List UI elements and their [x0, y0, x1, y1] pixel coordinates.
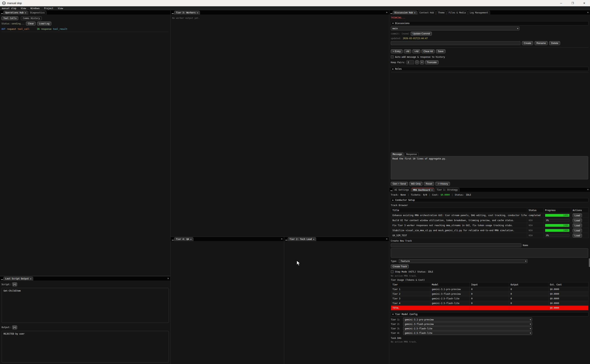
tab-close-icon[interactable]: ✕ [313, 238, 314, 240]
track-row[interactable]: Stabilize visual_sim_mma_v2.py and mock_… [391, 228, 588, 233]
menu-item-view2[interactable]: View [58, 7, 63, 10]
load-track-button[interactable]: Load [573, 234, 582, 238]
expand-all-button[interactable]: +All [412, 49, 420, 53]
tab-theme[interactable]: Theme [436, 11, 446, 14]
output-expand-button[interactable]: [+] [12, 325, 17, 329]
keep-pairs-input[interactable] [406, 60, 414, 64]
script-text-box[interactable]: Get-ChildItem [1, 288, 169, 323]
discussions-header[interactable]: ▼ Discussions [391, 21, 589, 25]
tab-mma-dashboard[interactable]: MMA Dashboard ✕ [411, 188, 435, 192]
panel-close-icon[interactable]: ✕ [168, 277, 169, 280]
script-label: Script: [1, 283, 11, 286]
track-row[interactable]: Build UI for context window utilization,… [391, 218, 588, 223]
panel-close-icon[interactable]: ✕ [587, 188, 589, 191]
subtab-comms-history[interactable]: Comms History [21, 16, 42, 20]
add-entry-button[interactable]: + Entry [391, 49, 402, 53]
gen-send-button[interactable]: Gen + Send [391, 182, 408, 186]
tier2-model-select[interactable]: gemini-3-flash-preview ▼ [403, 322, 532, 326]
thinking-status: THINKING... [391, 16, 405, 19]
menu-item-windows[interactable]: Windows [30, 7, 40, 10]
tab-tier3-workers[interactable]: Tier 3: Workers ✕ [174, 11, 200, 14]
tab-close-icon[interactable]: ✕ [431, 189, 433, 191]
tier3-model-select[interactable]: gemini-2.5-flash-lite ▼ [403, 326, 532, 331]
techlead-strip: Tier 2: Tech Lead ✕ ✕ [284, 237, 389, 241]
subtab-tool-calls[interactable]: Tool Calls [1, 16, 18, 20]
close-icon[interactable]: ✕ [578, 0, 590, 6]
panel-close-icon[interactable]: ✕ [587, 11, 589, 13]
delete-button[interactable]: Delete [549, 41, 560, 45]
step-mode-label: Step Mode (HITL) Status: IDLE [395, 271, 433, 273]
track-type-select[interactable]: feature ▼ [399, 259, 528, 263]
tab-close-icon[interactable]: ✕ [25, 12, 26, 14]
tier1-model-select[interactable]: gemini-3.1-pro-preview ▼ [403, 318, 532, 322]
dashboard-strip: AI Settings MMA Dashboard ✕ Tier 1: Stra… [389, 188, 590, 192]
truncate-button[interactable]: Truncate [425, 60, 439, 64]
tab-close-icon[interactable]: ✕ [30, 278, 31, 280]
tab-response[interactable]: Response [404, 152, 419, 156]
track-type-label: Type: [391, 260, 397, 262]
step-mode-checkbox[interactable] [391, 270, 394, 273]
maximize-icon[interactable]: ❒ [567, 0, 578, 6]
panel-close-icon[interactable]: ✕ [386, 238, 387, 240]
tab-ai-settings[interactable]: AI Settings [393, 188, 411, 192]
tab-close-icon[interactable]: ✕ [197, 12, 198, 14]
tab-log-management[interactable]: Log Management [468, 11, 490, 14]
reset-button[interactable]: Reset [424, 182, 434, 186]
tab-context-hub[interactable]: Context Hub [418, 11, 436, 14]
tab-last-script-output[interactable]: Last Script Output ✕ [3, 277, 33, 280]
tab-files-media[interactable]: Files & Media [447, 11, 468, 14]
load-track-button[interactable]: Load [573, 224, 582, 228]
scrollbar-thumb[interactable] [589, 258, 590, 267]
message-textarea[interactable]: Read the first 10 lines of aggregate.py. [391, 156, 588, 179]
roles-header[interactable]: ▶ Roles [391, 67, 589, 71]
clear-button[interactable]: Clear [26, 22, 36, 26]
load-track-button[interactable]: Load [573, 219, 582, 222]
discussion-select[interactable]: main ▼ [391, 26, 519, 30]
rename-button[interactable]: Rename [535, 41, 548, 45]
panel-close-icon[interactable]: ✕ [386, 11, 387, 13]
tab-tier2-techlead[interactable]: Tier 2: Tech Lead ✕ [288, 237, 316, 241]
create-button[interactable]: Create [522, 41, 533, 45]
menu-item-app[interactable]: manual slop [2, 7, 16, 10]
tier4-model-select[interactable]: gemini-2.5-flash-lite ▼ [403, 331, 532, 335]
collapse-all-button[interactable]: -All [404, 49, 411, 53]
tab-tier4-qa[interactable]: Tier 4: QA ✕ [174, 237, 194, 241]
track-row[interactable]: UX_SIM_TEST NEW 0% Load [391, 233, 588, 238]
menu-item-project[interactable]: Project [44, 7, 53, 10]
autoadd-checkbox[interactable] [391, 56, 394, 58]
md-only-button[interactable]: MD Only [409, 182, 423, 186]
minimize-icon[interactable]: ─ [555, 0, 567, 6]
tab-diagnostics[interactable]: Diagnostics [28, 11, 47, 14]
clear-all-button[interactable]: Clear All [422, 49, 435, 53]
load-track-button[interactable]: Load [573, 214, 582, 217]
panel-close-icon[interactable]: ✕ [281, 238, 282, 240]
load-log-button[interactable]: Load Log [37, 22, 51, 26]
tab-discussion-hub[interactable]: Discussion Hub ✕ [393, 11, 417, 14]
tab-close-icon[interactable]: ✕ [414, 12, 415, 14]
operations-hub-panel: Operations Hub ✕ Diagnostics Tool Calls … [0, 10, 170, 276]
mma-dashboard-panel: AI Settings MMA Dashboard ✕ Tier 1: Stra… [389, 188, 590, 364]
track-name-input[interactable] [391, 243, 521, 247]
track-description-textarea[interactable] [391, 248, 588, 258]
legend-tool-call: tool_call [18, 28, 29, 30]
tab-tier1-strategy[interactable]: Tier 1: Strategy [435, 188, 459, 192]
create-track-button[interactable]: Create Track [391, 265, 409, 268]
tab-message[interactable]: Message [391, 152, 404, 156]
save-button[interactable]: Save [436, 49, 445, 53]
to-history-button[interactable]: -> History [435, 182, 450, 186]
track-row[interactable]: Enhance existing MMA orchestration GUI: … [391, 213, 588, 218]
keep-pairs-plus-button[interactable]: + [420, 60, 424, 64]
discussion-name-input[interactable] [391, 41, 520, 45]
track-browser-label: Track Browser [391, 204, 408, 207]
script-expand-button[interactable]: [+] [12, 282, 17, 286]
update-commit-button[interactable]: Update Commit [411, 32, 432, 36]
tier-model-config-header[interactable]: ▼ Tier Model Config [391, 312, 589, 316]
tab-operations-hub[interactable]: Operations Hub ✕ [3, 11, 28, 14]
tab-close-icon[interactable]: ✕ [190, 238, 191, 240]
conductor-setup-header[interactable]: ▶ Conductor Setup [391, 198, 589, 202]
track-row[interactable]: Fix Tier 3 worker responses not reaching… [391, 223, 588, 228]
output-text-box[interactable]: REJECTED by user [1, 331, 169, 363]
keep-pairs-minus-button[interactable]: - [415, 60, 419, 64]
menu-item-view[interactable]: View [21, 7, 26, 10]
load-track-button[interactable]: Load [573, 228, 582, 233]
